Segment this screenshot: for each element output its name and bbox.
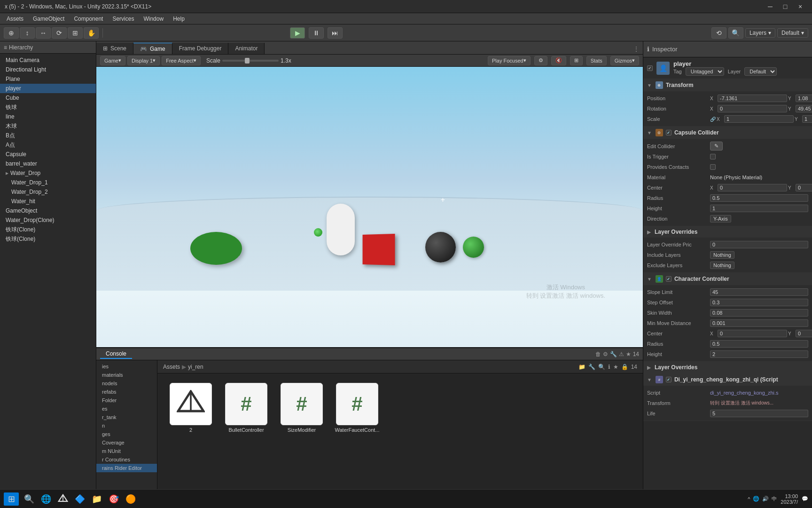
hier-main-camera[interactable]: Main Camera [0, 56, 96, 65]
scale-track[interactable] [222, 60, 279, 62]
life-input[interactable] [710, 410, 808, 417]
console-clear-btn[interactable]: 🗑 [595, 351, 601, 357]
search-btn[interactable]: 🔍 [728, 27, 743, 39]
step-button[interactable]: ⏭ [328, 27, 343, 39]
assets-n[interactable]: n [96, 421, 157, 430]
cc-radius-input[interactable] [710, 340, 808, 348]
audio-btn[interactable]: 🔇 [551, 56, 566, 65]
taskbar-vs[interactable]: 🔷 [71, 491, 88, 508]
stats-btn[interactable]: Stats [586, 56, 607, 65]
layers-dropdown[interactable]: Layers ▾ [745, 28, 775, 38]
assets-folder[interactable]: Folder [96, 396, 157, 405]
menu-gameobject[interactable]: GameObject [28, 15, 69, 23]
hier-gameobject[interactable]: GameObject [0, 206, 96, 215]
assets-materials[interactable]: materials [96, 371, 157, 379]
display-dropdown[interactable]: Display 1 ▾ [127, 56, 160, 65]
minimize-button[interactable]: ─ [763, 2, 777, 11]
console-starred[interactable]: ★ [626, 351, 631, 357]
tab-more-btn[interactable]: ⋮ [630, 44, 643, 54]
clock[interactable]: 13:00 2023/7/ [781, 493, 798, 505]
override-priority-input[interactable] [710, 241, 808, 248]
assets-coroutines[interactable]: r Coroutines [96, 455, 157, 464]
toolbar-tool-4[interactable]: ⟳ [52, 27, 67, 39]
cc-height-input[interactable] [710, 350, 808, 358]
skin-width-input[interactable] [710, 309, 808, 317]
height-input[interactable] [710, 205, 808, 212]
rot-x-input[interactable] [718, 105, 787, 112]
hier-player[interactable]: player [0, 84, 96, 93]
close-button[interactable]: × [793, 2, 807, 11]
asset-bullet-controller[interactable]: # BulletController [220, 381, 272, 435]
cc-cx-input[interactable] [718, 330, 787, 337]
script-header[interactable]: ▼ # ✓ Di_yi_reng_cheng_kong_zhi_qi (Scri… [643, 373, 812, 386]
provides-contacts-checkbox[interactable] [710, 164, 716, 170]
pause-button[interactable]: ⏸ [309, 27, 324, 39]
hier-water-drop-1[interactable]: Water_Drop_1 [0, 178, 96, 187]
rot-y-input[interactable] [796, 105, 812, 112]
layer-overrides-2-header[interactable]: ▶ Layer Overrides [643, 362, 812, 373]
hier-plane[interactable]: Plane [0, 74, 96, 84]
assets-reveal-btn[interactable]: 📁 [578, 364, 586, 370]
hier-barrel[interactable]: barrel_water [0, 159, 96, 168]
hier-water-drop-2[interactable]: Water_Drop_2 [0, 187, 96, 197]
tray-volume[interactable]: 🔊 [762, 496, 769, 502]
breadcrumb-yiren[interactable]: yi_ren [188, 364, 203, 370]
start-button[interactable]: ⊞ [4, 492, 19, 506]
settings-btn[interactable]: ⚙ [534, 56, 547, 65]
maximize-button[interactable]: □ [778, 2, 792, 11]
asset-unity-2[interactable]: 2 [165, 381, 217, 435]
taskbar-explorer[interactable]: 📁 [88, 491, 105, 508]
hier-line[interactable]: line [0, 112, 96, 121]
notification-btn[interactable]: 💬 [802, 496, 808, 502]
center-y-input[interactable] [796, 184, 812, 191]
tray-lang[interactable]: 中 [772, 495, 777, 502]
scale-x-input[interactable] [724, 115, 794, 123]
menu-services[interactable]: Services [108, 15, 139, 23]
tab-scene[interactable]: ⊞ Scene [96, 43, 133, 54]
layer-select[interactable]: Default [744, 67, 777, 76]
character-controller-header[interactable]: ▼ 👤 ✓ Character Controller [643, 273, 812, 285]
toolbar-tool-3[interactable]: ↔ [36, 27, 51, 39]
assets-ies[interactable]: ies [96, 362, 157, 371]
hier-muqiu[interactable]: 木球 [0, 121, 96, 131]
assets-coverage[interactable]: Coverage [96, 438, 157, 447]
play-button[interactable]: ▶ [290, 27, 305, 39]
hier-directional-light[interactable]: Directional Light [0, 65, 96, 74]
step-offset-input[interactable] [710, 299, 808, 306]
layout-dropdown[interactable]: Default ▾ [777, 28, 808, 38]
assets-star-btn[interactable]: ★ [613, 364, 618, 370]
toolbar-tool-5[interactable]: ⊞ [68, 27, 83, 39]
pos-x-input[interactable] [718, 95, 787, 102]
breadcrumb-assets[interactable]: Assets [163, 364, 180, 370]
assets-nunit[interactable]: m NUnit [96, 447, 157, 455]
capsule-collider-header[interactable]: ▼ ⊙ ✓ Capsule Collider [643, 127, 812, 139]
taskbar-rider[interactable]: 🎯 [105, 491, 122, 508]
play-focused-btn[interactable]: Play Focused ▾ [488, 56, 531, 65]
script-active-check[interactable]: ✓ [666, 377, 671, 382]
tray-network[interactable]: 🌐 [753, 496, 759, 502]
console-tab[interactable]: Console [100, 349, 132, 359]
tag-select[interactable]: Untagged [686, 67, 724, 76]
assets-prefabs[interactable]: refabs [96, 388, 157, 396]
tab-frame-debugger[interactable]: Frame Debugger [172, 43, 229, 54]
transform-header[interactable]: ▼ ⊕ Transform [643, 79, 812, 91]
asset-size-modifier[interactable]: # SizeModifier [276, 381, 328, 435]
hier-tiequi[interactable]: 铁球 [0, 103, 96, 112]
hier-bdian[interactable]: B点 [0, 131, 96, 140]
assets-es[interactable]: es [96, 405, 157, 413]
toolbar-tool-1[interactable]: ⊕ [4, 27, 19, 39]
hier-adian[interactable]: A点 [0, 140, 96, 150]
assets-rider[interactable]: rains Rider Editor [96, 464, 157, 472]
gizmos-btn[interactable]: Gizmos ▾ [610, 56, 639, 65]
tab-animator[interactable]: Animator [228, 43, 265, 54]
min-move-input[interactable] [710, 319, 808, 327]
toolbar-tool-2[interactable]: ↕ [20, 27, 35, 39]
hier-cube[interactable]: Cube [0, 93, 96, 103]
menu-help[interactable]: Help [168, 15, 189, 23]
grid-btn[interactable]: ⊞ [570, 56, 583, 65]
hier-water-drop-clone[interactable]: Water_Drop(Clone) [0, 215, 96, 225]
taskbar-unity[interactable] [55, 491, 71, 508]
cc-active-check[interactable]: ✓ [666, 276, 671, 282]
center-x-input[interactable] [718, 184, 787, 191]
hier-water-drop[interactable]: ▶ Water_Drop [0, 168, 96, 178]
